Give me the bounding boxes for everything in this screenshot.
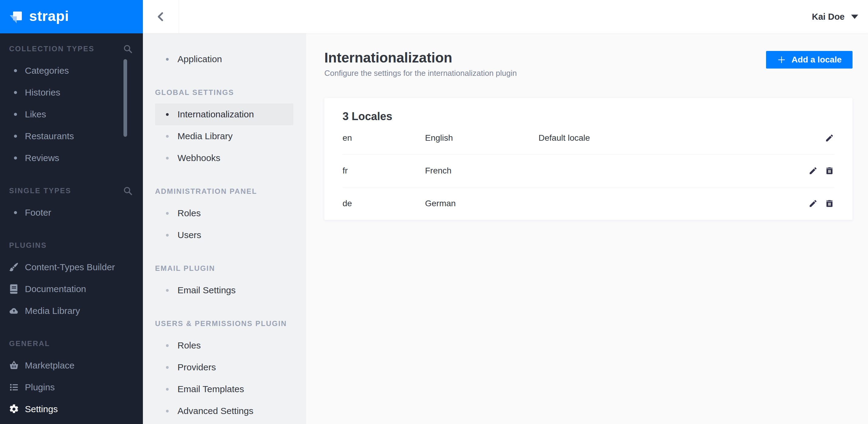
subnav-header-administration-panel: ADMINISTRATION PANEL bbox=[143, 181, 306, 202]
back-button[interactable] bbox=[143, 0, 179, 33]
locale-code: fr bbox=[343, 166, 425, 175]
search-icon[interactable] bbox=[123, 44, 132, 54]
section-header-single-types: SINGLE TYPES bbox=[0, 180, 143, 202]
user-name: Kai Doe bbox=[812, 12, 845, 22]
subnav-header-global-settings: GLOBAL SETTINGS bbox=[143, 81, 306, 103]
bullet-icon bbox=[166, 113, 169, 116]
page-header-text: Internationalization Configure the setti… bbox=[324, 50, 517, 78]
brand-name: strapi bbox=[29, 9, 69, 25]
locale-name: German bbox=[425, 199, 538, 208]
locales-card: 3 Locales en English Default locale bbox=[324, 98, 852, 220]
list-icon bbox=[8, 382, 20, 393]
plus-icon bbox=[777, 55, 786, 64]
bullet-icon bbox=[166, 388, 169, 391]
user-menu[interactable]: Kai Doe bbox=[812, 0, 868, 33]
caret-down-icon bbox=[851, 14, 859, 20]
locale-row-de[interactable]: de German bbox=[343, 187, 834, 220]
sidebar-item-content-types-builder[interactable]: Content-Types Builder bbox=[0, 256, 143, 278]
logo-overlap-shape bbox=[13, 17, 17, 20]
pencil-icon[interactable] bbox=[809, 166, 818, 175]
subnav-item-admin-roles[interactable]: Roles bbox=[155, 202, 293, 224]
bullet-icon bbox=[166, 344, 169, 347]
chevron-left-icon bbox=[155, 11, 166, 23]
basket-icon bbox=[8, 360, 20, 371]
sidebar-item-likes[interactable]: Likes bbox=[0, 103, 143, 125]
main-sidebar: COLLECTION TYPES Categories Histories Li… bbox=[0, 33, 143, 424]
settings-subnav: Application GLOBAL SETTINGS Internationa… bbox=[143, 33, 306, 424]
locale-row-en[interactable]: en English Default locale bbox=[343, 122, 834, 154]
subnav-item-application[interactable]: Application bbox=[155, 48, 293, 70]
sidebar-item-settings[interactable]: Settings bbox=[0, 398, 143, 420]
app-body: COLLECTION TYPES Categories Histories Li… bbox=[0, 33, 868, 424]
sidebar-item-documentation[interactable]: Documentation bbox=[0, 278, 143, 300]
edit-locale-button[interactable] bbox=[808, 166, 818, 175]
bullet-icon bbox=[14, 113, 17, 116]
subnav-item-up-roles[interactable]: Roles bbox=[155, 334, 293, 356]
page-header: Internationalization Configure the setti… bbox=[324, 50, 852, 78]
row-actions bbox=[808, 166, 834, 175]
subnav-header-email-plugin: EMAIL PLUGIN bbox=[143, 258, 306, 279]
subnav-item-up-providers[interactable]: Providers bbox=[155, 356, 293, 378]
bullet-icon bbox=[14, 135, 17, 138]
subnav-item-email-settings[interactable]: Email Settings bbox=[155, 279, 293, 301]
main-content: Internationalization Configure the setti… bbox=[306, 33, 868, 424]
sidebar-scrollbar[interactable] bbox=[123, 59, 127, 137]
edit-locale-button[interactable] bbox=[825, 133, 834, 143]
pencil-icon[interactable] bbox=[809, 199, 818, 208]
sidebar-item-media-library[interactable]: Media Library bbox=[0, 300, 143, 322]
trash-icon[interactable] bbox=[825, 166, 834, 175]
locale-name: English bbox=[425, 133, 538, 143]
locale-code: de bbox=[343, 199, 425, 208]
section-header-general: GENERAL bbox=[0, 333, 143, 355]
subnav-header-users-permissions-plugin: USERS & PERMISSIONS PLUGIN bbox=[143, 313, 306, 334]
locale-name: French bbox=[425, 166, 538, 175]
sidebar-item-marketplace[interactable]: Marketplace bbox=[0, 355, 143, 377]
row-actions bbox=[825, 133, 834, 143]
bullet-icon bbox=[166, 212, 169, 215]
trash-icon[interactable] bbox=[825, 199, 834, 208]
bullet-icon bbox=[14, 157, 17, 160]
brush-icon bbox=[8, 262, 20, 273]
bullet-icon bbox=[14, 211, 17, 214]
locales-card-title: 3 Locales bbox=[343, 98, 834, 122]
subnav-item-up-email-templates[interactable]: Email Templates bbox=[155, 378, 293, 400]
sidebar-item-reviews[interactable]: Reviews bbox=[0, 147, 143, 169]
bullet-icon bbox=[166, 157, 169, 160]
locale-default-badge: Default locale bbox=[538, 133, 825, 143]
bullet-icon bbox=[14, 69, 17, 72]
gear-icon bbox=[8, 404, 20, 415]
sidebar-item-histories[interactable]: Histories bbox=[0, 81, 143, 103]
sidebar-item-plugins[interactable]: Plugins bbox=[0, 377, 143, 398]
bullet-icon bbox=[166, 289, 169, 292]
edit-locale-button[interactable] bbox=[808, 199, 818, 208]
section-header-plugins: PLUGINS bbox=[0, 234, 143, 256]
book-icon bbox=[8, 284, 20, 294]
pencil-icon[interactable] bbox=[825, 133, 834, 142]
bullet-icon bbox=[166, 234, 169, 236]
subnav-item-up-advanced-settings[interactable]: Advanced Settings bbox=[155, 400, 293, 422]
delete-locale-button[interactable] bbox=[825, 166, 834, 175]
row-actions bbox=[808, 199, 834, 208]
cloud-upload-icon bbox=[8, 305, 20, 316]
sidebar-item-footer[interactable]: Footer bbox=[0, 202, 143, 224]
strapi-logo-icon bbox=[9, 9, 24, 24]
locale-row-fr[interactable]: fr French bbox=[343, 154, 834, 187]
search-icon[interactable] bbox=[123, 186, 132, 196]
subnav-item-internationalization[interactable]: Internationalization bbox=[155, 103, 293, 125]
bullet-icon bbox=[166, 58, 169, 61]
section-header-collection-types: COLLECTION TYPES bbox=[0, 38, 143, 60]
bullet-icon bbox=[14, 91, 17, 94]
delete-locale-button[interactable] bbox=[825, 199, 834, 208]
subnav-item-webhooks[interactable]: Webhooks bbox=[155, 147, 293, 169]
sidebar-item-restaurants[interactable]: Restaurants bbox=[0, 125, 143, 147]
topbar-spacer bbox=[179, 0, 812, 33]
bullet-icon bbox=[166, 410, 169, 413]
bullet-icon bbox=[166, 366, 169, 369]
locale-code: en bbox=[343, 133, 425, 143]
subnav-item-media-library[interactable]: Media Library bbox=[155, 125, 293, 147]
sidebar-item-categories[interactable]: Categories bbox=[0, 60, 143, 81]
subnav-item-admin-users[interactable]: Users bbox=[155, 224, 293, 246]
add-locale-button[interactable]: Add a locale bbox=[766, 51, 852, 69]
strapi-logo[interactable]: strapi bbox=[0, 0, 143, 33]
strapi-admin-app: strapi Kai Doe COLLECTION TYPES bbox=[0, 0, 868, 424]
